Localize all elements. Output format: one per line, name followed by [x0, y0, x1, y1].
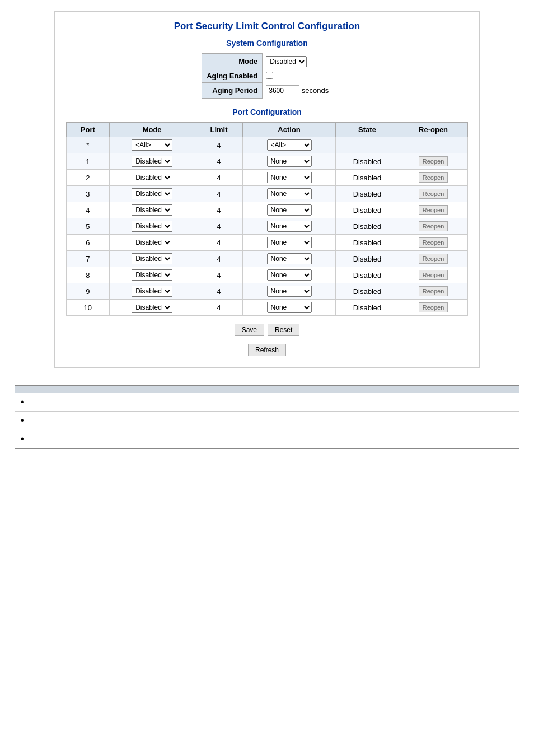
state-cell: [335, 137, 399, 153]
action-select-9[interactable]: NoneRestrictShutdown: [267, 286, 312, 297]
reopen-cell: Reopen: [399, 202, 468, 218]
reopen-button-7[interactable]: Reopen: [419, 254, 448, 264]
reopen-button-5[interactable]: Reopen: [419, 221, 448, 231]
action-cell: NoneRestrictShutdown: [243, 170, 336, 186]
action-cell: NoneRestrictShutdown: [243, 202, 336, 218]
mode-select-6[interactable]: DisabledEnabled: [132, 237, 172, 248]
port-table: Port Mode Limit Action State Re-open *: [66, 122, 468, 316]
reopen-button-3[interactable]: Reopen: [419, 189, 448, 199]
mode-cell: DisabledEnabled: [109, 235, 195, 251]
action-select-7[interactable]: NoneRestrictShutdown: [267, 253, 312, 264]
mode-select-1[interactable]: DisabledEnabled: [132, 156, 172, 167]
port-cell: 4: [67, 202, 110, 218]
col-mode: Mode: [109, 123, 195, 137]
col-action: Action: [243, 123, 336, 137]
port-config-title: Port Configuration: [66, 108, 468, 116]
action-select-4[interactable]: NoneRestrictShutdown: [267, 204, 312, 216]
action-cell: NoneRestrictShutdown: [243, 186, 336, 202]
bullet-icon: •: [21, 435, 24, 444]
aging-period-unit: seconds: [302, 86, 329, 95]
reopen-button-6[interactable]: Reopen: [419, 237, 448, 248]
mode-select-8[interactable]: DisabledEnabled: [132, 269, 172, 281]
reopen-cell: Reopen: [399, 235, 468, 251]
mode-cell: DisabledEnabled: [109, 186, 195, 202]
reopen-cell: Reopen: [399, 186, 468, 202]
mode-select-4[interactable]: DisabledEnabled: [132, 204, 172, 216]
system-config-table: Mode Disabled Enabled Aging Enabled: [202, 53, 332, 99]
reopen-button-8[interactable]: Reopen: [419, 270, 448, 280]
mode-select-10[interactable]: DisabledEnabled: [132, 302, 172, 313]
table-row: •: [15, 412, 519, 430]
action-cell: <All> None Restrict Shutdown: [243, 137, 336, 153]
aging-enabled-checkbox[interactable]: [266, 72, 273, 79]
port-cell: 10: [67, 300, 110, 316]
mode-select-2[interactable]: DisabledEnabled: [132, 172, 172, 183]
reopen-button-2[interactable]: Reopen: [419, 172, 448, 183]
reopen-cell: Reopen: [399, 283, 468, 300]
state-cell: Disabled: [335, 218, 399, 235]
table-row: •: [15, 430, 519, 449]
reopen-cell: Reopen: [399, 267, 468, 283]
port-cell: 8: [67, 267, 110, 283]
table-row: 2DisabledEnabled4NoneRestrictShutdownDis…: [67, 170, 468, 186]
bullet-icon: •: [21, 398, 24, 407]
bottom-section: • • •: [15, 385, 519, 449]
state-cell: Disabled: [335, 267, 399, 283]
action-select-3[interactable]: NoneRestrictShutdown: [267, 188, 312, 199]
refresh-button[interactable]: Refresh: [248, 344, 286, 356]
state-cell: Disabled: [335, 186, 399, 202]
port-cell: 2: [67, 170, 110, 186]
mode-select-9[interactable]: DisabledEnabled: [132, 286, 172, 297]
bottom-table-header: [15, 385, 519, 393]
reopen-button-4[interactable]: Reopen: [419, 205, 448, 215]
action-select-5[interactable]: NoneRestrictShutdown: [267, 221, 312, 232]
limit-cell: 4: [195, 218, 243, 235]
save-button[interactable]: Save: [235, 324, 264, 336]
mode-select-wildcard[interactable]: <All> Disabled Enabled: [132, 139, 172, 151]
reopen-button-1[interactable]: Reopen: [419, 156, 448, 166]
mode-row: Mode Disabled Enabled: [202, 54, 332, 69]
table-row: •: [15, 393, 519, 412]
table-row: 9DisabledEnabled4NoneRestrictShutdownDis…: [67, 283, 468, 300]
col-port: Port: [67, 123, 110, 137]
reopen-cell: Reopen: [399, 300, 468, 316]
state-cell: Disabled: [335, 300, 399, 316]
action-select-2[interactable]: NoneRestrictShutdown: [267, 172, 312, 183]
mode-select-3[interactable]: DisabledEnabled: [132, 188, 172, 199]
action-select-8[interactable]: NoneRestrictShutdown: [267, 269, 312, 281]
action-cell: NoneRestrictShutdown: [243, 283, 336, 300]
bottom-col1: •: [15, 430, 116, 449]
aging-period-input[interactable]: 3600: [266, 85, 299, 96]
mode-select[interactable]: Disabled Enabled: [266, 56, 307, 67]
reopen-button-9[interactable]: Reopen: [419, 286, 448, 296]
port-table-header-row: Port Mode Limit Action State Re-open: [67, 123, 468, 137]
action-select-6[interactable]: NoneRestrictShutdown: [267, 237, 312, 248]
state-cell: Disabled: [335, 170, 399, 186]
action-select-wildcard[interactable]: <All> None Restrict Shutdown: [267, 139, 312, 151]
mode-select-5[interactable]: DisabledEnabled: [132, 221, 172, 232]
page-wrapper: Port Security Limit Control Configuratio…: [0, 0, 534, 460]
action-select-10[interactable]: NoneRestrictShutdown: [267, 302, 312, 313]
port-cell: 9: [67, 283, 110, 300]
reopen-button-10[interactable]: Reopen: [419, 302, 448, 312]
port-cell: 3: [67, 186, 110, 202]
limit-cell: 4: [195, 251, 243, 267]
bottom-col2: [116, 430, 519, 449]
mode-cell: <All> Disabled Enabled: [109, 137, 195, 153]
state-cell: Disabled: [335, 202, 399, 218]
reset-button[interactable]: Reset: [268, 324, 299, 336]
limit-cell: 4: [195, 283, 243, 300]
table-row: 4DisabledEnabled4NoneRestrictShutdownDis…: [67, 202, 468, 218]
mode-cell: DisabledEnabled: [109, 153, 195, 170]
action-cell: NoneRestrictShutdown: [243, 235, 336, 251]
col-reopen: Re-open: [399, 123, 468, 137]
mode-select-wrapper: Disabled Enabled: [266, 56, 329, 67]
table-row: 8DisabledEnabled4NoneRestrictShutdownDis…: [67, 267, 468, 283]
mode-select-7[interactable]: DisabledEnabled: [132, 253, 172, 264]
table-row: 1DisabledEnabled4NoneRestrictShutdownDis…: [67, 153, 468, 170]
bottom-col1-header: [15, 385, 116, 393]
reopen-cell: Reopen: [399, 153, 468, 170]
aging-enabled-row: Aging Enabled: [202, 69, 332, 83]
action-select-1[interactable]: NoneRestrictShutdown: [267, 156, 312, 167]
action-cell: NoneRestrictShutdown: [243, 267, 336, 283]
